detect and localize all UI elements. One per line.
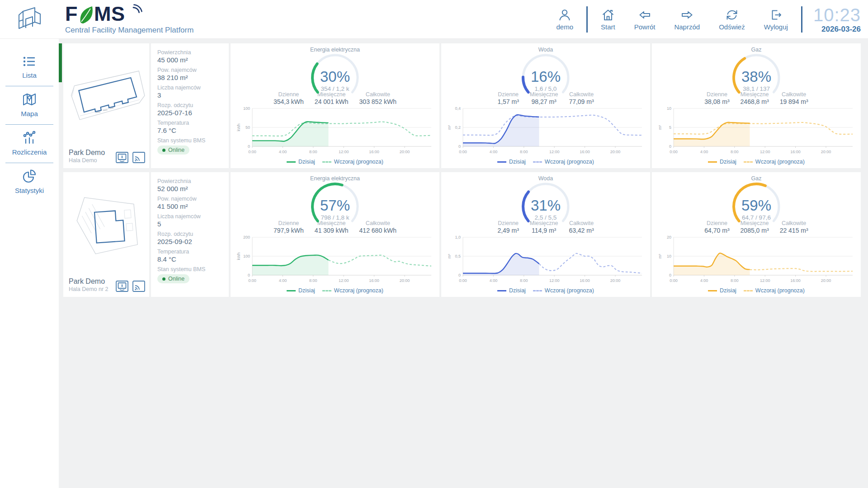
bms-label: Stan systemu BMS xyxy=(157,137,227,144)
gauge-ratio: 2,5 / 5,5 xyxy=(507,214,584,221)
svg-text:0: 0 xyxy=(458,273,461,277)
svg-text:m³: m³ xyxy=(658,254,662,258)
status-text: Online xyxy=(168,276,184,282)
info-value: 52 000 m² xyxy=(157,185,227,192)
nav-back-label: Powrót xyxy=(634,23,656,31)
svg-text:0: 0 xyxy=(248,144,250,149)
sidebar-item-rozliczenia[interactable]: Rozliczenia xyxy=(5,125,53,163)
floor-plan[interactable] xyxy=(63,172,149,277)
floor-plan[interactable] xyxy=(63,43,149,149)
sidebar-item-statystyki[interactable]: Statystyki xyxy=(5,163,53,201)
svg-text:20:00: 20:00 xyxy=(610,150,621,154)
brand-letter-f: F xyxy=(65,4,78,24)
info-row: Pow. najemców 38 210 m² xyxy=(157,67,227,81)
chart-legend: Dzisiaj Wczoraj (prognoza) xyxy=(708,287,805,294)
header-divider xyxy=(586,6,588,33)
info-label: Temperatura xyxy=(157,249,227,255)
nav-forward-button[interactable]: Naprzód xyxy=(674,8,700,31)
legend-yesterday[interactable]: Wczoraj (prognoza) xyxy=(744,159,805,165)
svg-text:12:00: 12:00 xyxy=(549,150,560,154)
info-display-button[interactable] xyxy=(115,280,129,292)
gauge: 59% 64,7 / 97,6 xyxy=(718,182,795,225)
legend-today[interactable]: Dzisiaj xyxy=(708,287,736,294)
svg-text:16:00: 16:00 xyxy=(790,278,801,283)
hall-name: Hala Demo xyxy=(69,157,105,164)
nav-refresh-button[interactable]: Odśwież xyxy=(719,8,745,31)
home-icon xyxy=(601,8,615,22)
nav-logout-button[interactable]: Wyloguj xyxy=(764,8,788,31)
svg-text:100: 100 xyxy=(243,254,250,258)
nav-back-button[interactable]: Powrót xyxy=(634,8,656,31)
park-name: Park Demo xyxy=(69,149,105,157)
svg-text:20:00: 20:00 xyxy=(821,278,831,283)
gauge-percent: 30% xyxy=(297,68,373,85)
info-row: Temperatura 7.6 °C xyxy=(157,120,227,134)
consumption-chart: 0501000:004:008:0012:0016:0020:00kWh xyxy=(235,106,435,160)
legend-today[interactable]: Dzisiaj xyxy=(497,287,526,294)
company-logo[interactable] xyxy=(0,4,59,35)
user-menu[interactable]: demo xyxy=(557,8,574,31)
legend-today[interactable]: Dzisiaj xyxy=(497,159,526,165)
info-row: Rozp. odczytu 2025-09-02 xyxy=(157,231,227,245)
info-label: Liczba najemców xyxy=(157,213,227,220)
active-row-indicator xyxy=(59,43,62,82)
info-label: Powierzchnia xyxy=(157,49,227,56)
status-badge: Online xyxy=(157,145,189,155)
legend-yesterday[interactable]: Wczoraj (prognoza) xyxy=(322,287,383,294)
consumption-chart-svg: 0501000:004:008:0012:0016:0020:00kWh xyxy=(235,106,435,160)
svg-text:8:00: 8:00 xyxy=(520,150,528,154)
facility-plan-card[interactable]: Park Demo Hala Demo xyxy=(63,43,149,168)
svg-text:20:00: 20:00 xyxy=(821,150,831,154)
svg-text:8:00: 8:00 xyxy=(309,150,317,154)
sidebar-item-lista[interactable]: Lista xyxy=(5,49,53,86)
cast-button[interactable] xyxy=(132,280,146,292)
cast-button[interactable] xyxy=(132,151,146,164)
legend-today[interactable]: Dzisiaj xyxy=(708,159,736,165)
chart-legend: Dzisiaj Wczoraj (prognoza) xyxy=(497,287,594,294)
svg-text:4:00: 4:00 xyxy=(279,278,287,283)
consumption-chart: 01002000:004:008:0012:0016:0020:00kWh xyxy=(235,235,435,289)
svg-text:200: 200 xyxy=(243,235,250,239)
facility-plan-card[interactable]: Park Demo Hala Demo nr 2 xyxy=(63,172,149,297)
svg-text:4:00: 4:00 xyxy=(700,278,708,283)
nav-start-button[interactable]: Start xyxy=(601,8,615,31)
svg-text:0:00: 0:00 xyxy=(670,278,678,283)
svg-text:0,5: 0,5 xyxy=(455,254,461,258)
info-label: Temperatura xyxy=(157,120,227,126)
meter-panel-water: Woda 31% 2,5 / 5,5 Dzienne 2,49 m³ Miesi… xyxy=(441,172,650,297)
gauge: 31% 2,5 / 5,5 xyxy=(507,182,584,225)
consumption-chart-svg: 01002000:004:008:0012:0016:0020:00kWh xyxy=(235,235,435,289)
signal-icon xyxy=(132,3,143,14)
consumption-chart-svg: 05100:004:008:0012:0016:0020:00m³ xyxy=(656,106,856,160)
app-header: F MS Central Facility Management Platfor… xyxy=(0,0,868,39)
legend-today[interactable]: Dzisiaj xyxy=(287,159,315,165)
svg-text:20:00: 20:00 xyxy=(400,150,410,154)
legend-yesterday[interactable]: Wczoraj (prognoza) xyxy=(744,287,805,294)
info-label: Rozp. odczytu xyxy=(157,102,227,108)
sidebar-item-mapa[interactable]: Mapa xyxy=(5,86,53,125)
svg-text:0:00: 0:00 xyxy=(459,278,467,283)
chart-legend: Dzisiaj Wczoraj (prognoza) xyxy=(287,159,383,165)
legend-yesterday[interactable]: Wczoraj (prognoza) xyxy=(533,287,594,294)
legend-yesterday[interactable]: Wczoraj (prognoza) xyxy=(322,159,383,165)
meter-title: Gaz xyxy=(751,175,762,182)
info-value: 7.6 °C xyxy=(157,127,227,134)
legend-today[interactable]: Dzisiaj xyxy=(287,287,315,294)
svg-text:8:00: 8:00 xyxy=(520,278,528,283)
cast-icon xyxy=(132,280,146,292)
gauge-ratio: 1,6 / 5,0 xyxy=(507,85,584,92)
gauge: 57% 798 / 1,8 k xyxy=(297,182,373,225)
svg-text:8:00: 8:00 xyxy=(731,278,739,283)
info-display-button[interactable] xyxy=(115,151,129,164)
floor-plan-drawing xyxy=(66,189,146,261)
park-name: Park Demo xyxy=(69,277,108,286)
legend-yesterday[interactable]: Wczoraj (prognoza) xyxy=(533,159,594,165)
facility-info-card: Powierzchnia 52 000 m² Pow. najemców 41 … xyxy=(151,172,229,297)
sidebar-item-label: Mapa xyxy=(21,110,38,117)
svg-text:0: 0 xyxy=(248,273,250,277)
svg-text:0: 0 xyxy=(669,144,671,149)
info-row: Liczba najemców 3 xyxy=(157,84,227,99)
svg-text:10: 10 xyxy=(667,254,671,258)
info-value: 41 500 m² xyxy=(157,202,227,210)
svg-text:12:00: 12:00 xyxy=(339,150,349,154)
